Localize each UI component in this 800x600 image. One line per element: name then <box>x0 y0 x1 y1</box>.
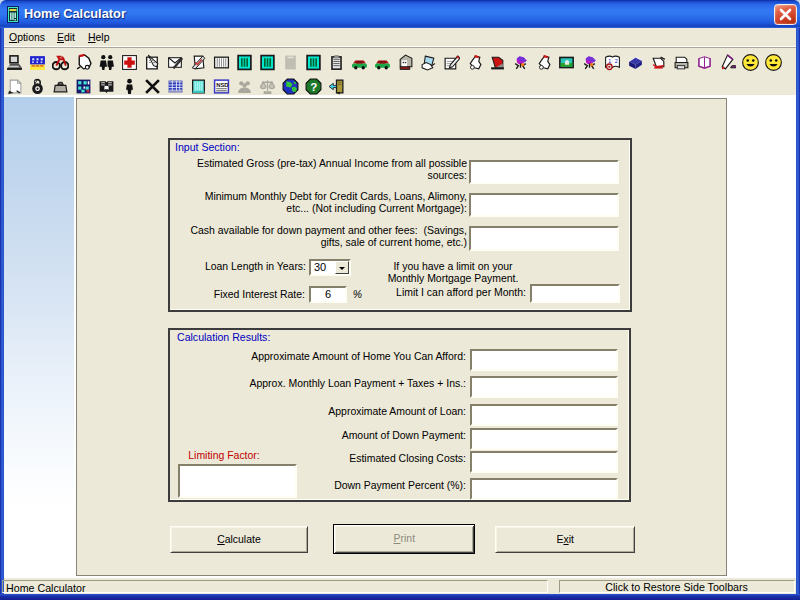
svg-text:2: 2 <box>615 58 618 64</box>
svg-text:?: ? <box>310 80 317 93</box>
svg-text:1: 1 <box>608 58 611 64</box>
svg-text:NSD: NSD <box>216 82 228 88</box>
